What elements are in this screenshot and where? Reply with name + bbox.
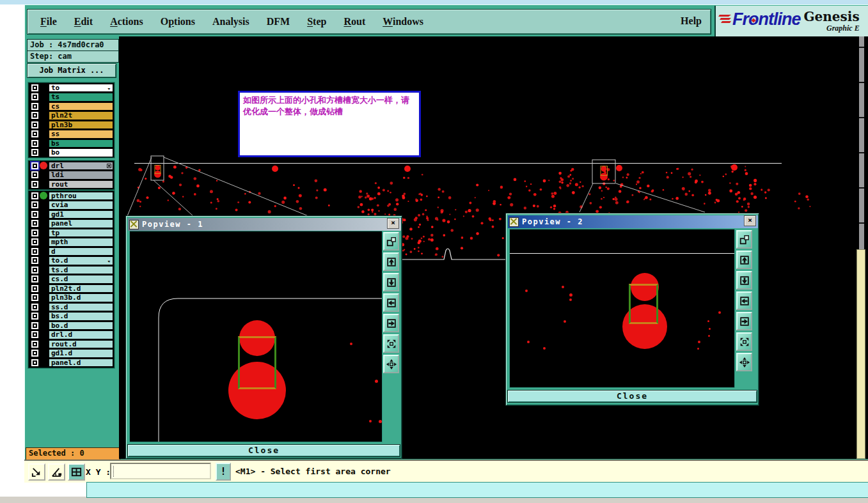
layer-row-cs.d[interactable]: cs.d [29,275,114,284]
layer-row-bo.d[interactable]: bo.d [29,321,114,330]
layer-name-field[interactable]: pln3b.d [49,293,113,302]
grid-snap-button[interactable] [68,463,85,481]
layer-row-to.d[interactable]: to.d➤ [29,256,114,266]
layer-checkbox[interactable] [31,322,38,329]
layer-name-field[interactable]: mpth [49,238,113,247]
layer-name-field[interactable]: bo [49,148,113,157]
layer-checkbox[interactable] [31,294,38,301]
layer-checkbox[interactable] [31,140,38,147]
layer-name-field[interactable]: ts [49,93,113,102]
layer-row-bs.d[interactable]: bs.d [29,312,114,321]
layer-checkbox[interactable] [31,103,38,110]
layer-name-field[interactable]: ts.d [49,266,113,275]
popview-1-close-x-button[interactable]: × [387,218,399,229]
layer-checkbox[interactable] [31,257,38,264]
layer-checkbox[interactable] [31,162,38,169]
menu-item-help[interactable]: Help [681,15,702,27]
layer-row-gd1[interactable]: gd1 [29,210,114,219]
pan-right-button[interactable] [736,312,752,330]
layer-name-field[interactable]: panel.d [49,359,113,368]
layer-row-gd1.d[interactable]: gd1.d [29,349,114,359]
pan-down-button[interactable] [383,273,399,291]
layer-row-ss[interactable]: ss [29,130,114,139]
layer-checkbox[interactable] [31,304,38,311]
layer-name-field[interactable]: gd1 [49,210,113,219]
layer-checkbox[interactable] [31,359,38,366]
layer-name-field[interactable]: ldi [49,171,113,180]
popview-2-titlebar[interactable]: Popview - 2 [508,215,758,228]
layer-checkbox[interactable] [31,313,38,320]
layer-checkbox[interactable] [31,130,38,137]
layer-row-d[interactable]: d [29,247,114,256]
layer-name-field[interactable]: pln2t.d [49,284,113,293]
layer-checkbox[interactable] [31,84,38,91]
menu-item-step[interactable]: Step [307,16,326,27]
center-view-button[interactable] [736,353,752,371]
layer-checkbox[interactable] [31,275,38,282]
layer-checkbox[interactable] [31,149,38,156]
layer-row-pln2t.d[interactable]: pln2t.d [29,284,114,293]
layer-row-bs[interactable]: bs [29,139,114,148]
zoom-fit-button[interactable] [736,332,752,351]
layer-row-pln3b[interactable]: pln3b [29,120,114,130]
layer-checkbox[interactable] [31,93,38,100]
menu-item-actions[interactable]: Actions [110,16,143,27]
layer-row-ldi[interactable]: ldi [29,171,114,180]
menu-item-options[interactable]: Options [161,16,195,27]
menu-item-edit[interactable]: Edit [74,16,93,27]
layer-checkbox[interactable] [31,220,38,227]
menu-item-windows[interactable]: Windows [383,16,423,27]
layer-name-field[interactable]: to➤ [49,84,113,93]
layer-name-field[interactable]: bs [49,139,113,148]
popview-2-viewport[interactable] [509,229,735,388]
popview-1-viewport[interactable] [129,231,383,442]
layer-name-field[interactable]: pln3b [49,121,113,130]
pan-down-button[interactable] [736,271,752,290]
menu-item-rout[interactable]: Rout [343,16,365,27]
popview-1-titlebar[interactable]: Popview - 1 [128,218,401,231]
area-select-button[interactable] [28,463,45,481]
layer-name-field[interactable]: d [49,247,113,256]
layer-name-field[interactable]: cs.d [49,275,113,284]
layer-checkbox[interactable] [31,171,38,178]
layer-checkbox[interactable] [31,248,38,255]
layer-name-field[interactable]: to.d➤ [49,256,113,265]
layer-row-cs[interactable]: cs [29,102,114,111]
layer-name-field[interactable]: cs [49,102,113,111]
layer-row-panel.d[interactable]: panel.d [29,358,114,368]
layer-row-to[interactable]: to➤ [29,83,114,93]
layer-name-field[interactable]: bs.d [49,312,113,321]
command-history-button[interactable]: ! [216,463,231,481]
layer-checkbox[interactable] [31,350,38,357]
layer-checkbox[interactable] [31,331,38,338]
layer-row-mpth[interactable]: mpth [29,238,114,247]
pan-up-button[interactable] [383,252,399,271]
layer-name-field[interactable]: pln2t [49,111,113,120]
layer-checkbox[interactable] [31,181,38,188]
layer-name-field[interactable]: gd1.d [49,349,113,358]
layer-checkbox[interactable] [31,112,38,119]
xy-coordinate-input[interactable] [110,463,211,479]
layer-checkbox[interactable] [31,285,38,292]
right-scrollbar[interactable] [856,249,865,459]
layer-checkbox[interactable] [31,201,38,208]
center-view-button[interactable] [383,355,399,373]
layer-checkbox[interactable] [31,267,38,274]
layer-row-drl[interactable]: drl [29,161,114,171]
popview-2-close-button[interactable]: Close [507,390,757,403]
layer-row-cvia[interactable]: cvia [29,201,114,210]
layer-name-field[interactable]: drl [49,162,113,171]
layer-row-ts[interactable]: ts [29,93,114,102]
popview-2-close-x-button[interactable]: × [744,215,756,226]
layer-name-field[interactable]: panel [49,219,113,228]
menu-item-analysis[interactable]: Analysis [212,16,249,27]
layer-name-field[interactable]: pthrou [49,192,113,201]
layer-name-field[interactable]: tp [49,229,113,238]
layer-checkbox[interactable] [31,121,38,128]
layer-name-field[interactable]: ss.d [49,303,113,312]
restore-view-button[interactable] [383,232,399,251]
layer-row-rout.d[interactable]: rout.d [29,339,114,349]
layer-checkbox[interactable] [31,211,38,218]
pan-left-button[interactable] [383,293,399,312]
measure-button[interactable] [48,463,65,481]
